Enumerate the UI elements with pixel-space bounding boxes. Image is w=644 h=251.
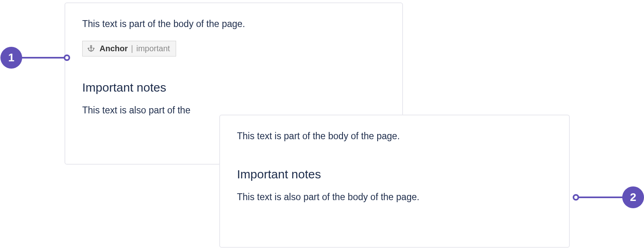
body-paragraph: This text is part of the body of the pag… — [237, 129, 552, 143]
body-paragraph: This text is also part of the body of th… — [237, 190, 552, 204]
callout-connector-dot — [573, 194, 579, 201]
section-heading: Important notes — [237, 167, 552, 181]
anchor-separator: | — [131, 44, 133, 53]
rendered-preview-panel-2: This text is part of the body of the pag… — [219, 115, 570, 248]
section-heading: Important notes — [82, 81, 385, 94]
callout-bubble-2: 2 — [622, 186, 644, 208]
callout-connector-line — [21, 57, 66, 59]
anchor-macro-id: important — [136, 44, 170, 53]
callout-bubble-1: 1 — [0, 47, 22, 69]
anchor-icon — [87, 44, 96, 53]
body-paragraph: This text is part of the body of the pag… — [82, 17, 385, 31]
anchor-macro[interactable]: Anchor | important — [82, 41, 176, 56]
callout-connector-dot — [64, 54, 70, 61]
callout-connector-line — [576, 197, 624, 198]
anchor-macro-label: Anchor — [100, 44, 128, 53]
